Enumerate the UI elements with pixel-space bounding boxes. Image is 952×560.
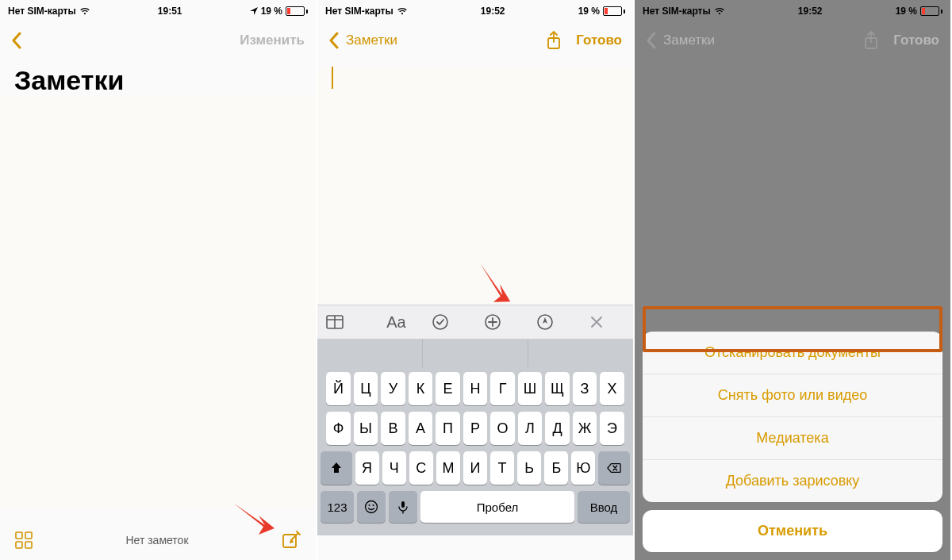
action-sheet: Отсканировать документы Снять фото или в…: [643, 332, 942, 552]
svg-rect-0: [16, 532, 22, 539]
back-button[interactable]: Заметки: [328, 32, 397, 49]
emoji-key[interactable]: [357, 491, 386, 523]
numbers-key[interactable]: 123: [321, 491, 354, 523]
keyboard-suggestions: [317, 339, 633, 367]
wifi-icon: [714, 7, 725, 15]
svg-rect-2: [16, 542, 22, 548]
key-Н[interactable]: Н: [463, 372, 488, 405]
empty-list-area: [0, 96, 316, 508]
page-title: Заметки: [0, 60, 316, 96]
battery-icon: [920, 6, 942, 16]
battery-icon: [286, 6, 308, 16]
status-bar: Нет SIM-карты 19:52 19 %: [317, 0, 633, 21]
svg-rect-13: [401, 501, 405, 508]
battery-text: 19 %: [261, 6, 282, 17]
markup-icon[interactable]: [536, 313, 571, 331]
add-attachment-icon[interactable]: [484, 313, 519, 331]
key-Й[interactable]: Й: [326, 372, 351, 405]
key-М[interactable]: М: [436, 451, 460, 485]
keyboard-row: ЙЦУКЕНГШЩЗХ: [321, 372, 630, 405]
space-key[interactable]: Пробел: [420, 491, 574, 523]
compose-icon[interactable]: [281, 530, 301, 550]
key-Ж[interactable]: Ж: [573, 412, 597, 445]
action-add-sketch[interactable]: Добавить зарисовку: [643, 460, 942, 502]
svg-rect-3: [25, 542, 32, 548]
key-К[interactable]: К: [409, 372, 433, 405]
panel-action-sheet: Нет SIM-карты 19:52 19 % Заметки Готово: [635, 0, 952, 560]
key-Р[interactable]: Р: [463, 412, 488, 445]
back-label: Заметки: [663, 33, 715, 48]
location-icon: [250, 7, 258, 15]
action-cancel[interactable]: Отменить: [643, 510, 942, 552]
clock: 19:51: [158, 6, 182, 17]
edit-button[interactable]: Изменить: [240, 33, 305, 48]
format-toolbar: Aa: [317, 305, 633, 339]
battery-text: 19 %: [896, 6, 917, 17]
key-Ц[interactable]: Ц: [354, 372, 378, 405]
note-text-area[interactable]: [317, 67, 633, 305]
close-toolbar-icon[interactable]: [589, 315, 624, 329]
svg-point-12: [373, 504, 374, 506]
panel-notes-list: Нет SIM-карты 19:51 19 % Изменить Заметк…: [0, 0, 317, 560]
suggestion-slot[interactable]: [317, 339, 423, 367]
share-icon: [863, 31, 879, 50]
suggestion-slot[interactable]: [423, 339, 528, 367]
action-photo-library[interactable]: Медиатека: [643, 417, 942, 460]
key-П[interactable]: П: [436, 412, 460, 445]
empty-state-text: Нет заметок: [125, 534, 188, 547]
backspace-key[interactable]: [598, 451, 630, 485]
key-Е[interactable]: Е: [436, 372, 460, 405]
suggestion-slot[interactable]: [528, 339, 633, 367]
svg-point-7: [433, 315, 447, 329]
key-Я[interactable]: Я: [355, 451, 379, 485]
keyboard-row: ФЫВАПРОЛДЖЭ: [321, 412, 630, 445]
key-Т[interactable]: Т: [490, 451, 514, 485]
text-cursor: [332, 67, 333, 89]
mic-key[interactable]: [389, 491, 417, 523]
key-З[interactable]: З: [573, 372, 597, 405]
checklist-icon[interactable]: [432, 313, 466, 331]
key-Б[interactable]: Б: [544, 451, 568, 485]
key-Ш[interactable]: Ш: [518, 372, 543, 405]
key-Д[interactable]: Д: [545, 412, 570, 445]
enter-key[interactable]: Ввод: [578, 491, 630, 523]
shift-key[interactable]: [321, 451, 352, 485]
key-Л[interactable]: Л: [518, 412, 543, 445]
nav-bar: Заметки Готово: [635, 21, 950, 60]
wifi-icon: [79, 7, 90, 15]
key-А[interactable]: А: [409, 412, 433, 445]
key-Щ[interactable]: Щ: [545, 372, 570, 405]
done-button[interactable]: Готово: [576, 33, 622, 48]
key-У[interactable]: У: [381, 372, 405, 405]
panel-note-editor: Нет SIM-карты 19:52 19 % Заметки Готово: [317, 0, 635, 560]
carrier-text: Нет SIM-карты: [325, 6, 393, 17]
action-scan-documents[interactable]: Отсканировать документы: [643, 332, 942, 374]
wifi-icon: [397, 7, 408, 15]
back-chevron-icon[interactable]: [11, 32, 22, 49]
key-О[interactable]: О: [490, 412, 515, 445]
battery-icon: [603, 6, 625, 16]
grid-view-icon[interactable]: [14, 531, 33, 550]
svg-point-10: [366, 501, 378, 513]
key-Ы[interactable]: Ы: [354, 412, 378, 445]
carrier-text: Нет SIM-карты: [643, 6, 711, 17]
key-Ф[interactable]: Ф: [326, 412, 351, 445]
key-Х[interactable]: Х: [600, 372, 624, 405]
share-icon[interactable]: [546, 31, 562, 50]
carrier-text: Нет SIM-карты: [8, 6, 76, 17]
key-Ь[interactable]: Ь: [517, 451, 541, 485]
key-Э[interactable]: Э: [600, 412, 624, 445]
svg-point-11: [369, 504, 370, 506]
back-button: Заметки: [646, 32, 715, 49]
back-label: Заметки: [346, 33, 397, 48]
key-И[interactable]: И: [463, 451, 487, 485]
key-С[interactable]: С: [409, 451, 433, 485]
action-take-photo-video[interactable]: Снять фото или видео: [643, 374, 942, 417]
back-chevron-icon: [328, 32, 340, 49]
key-Ю[interactable]: Ю: [571, 451, 595, 485]
key-Ч[interactable]: Ч: [382, 451, 406, 485]
key-Г[interactable]: Г: [490, 372, 515, 405]
key-В[interactable]: В: [381, 412, 405, 445]
text-format-button[interactable]: Aa: [378, 313, 413, 332]
table-icon[interactable]: [326, 315, 361, 329]
